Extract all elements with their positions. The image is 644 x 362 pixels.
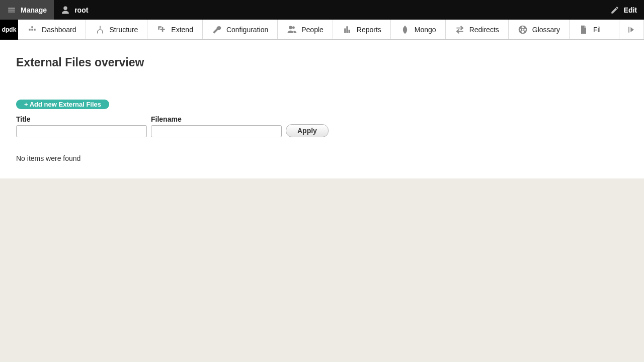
menu-label: Files [593, 26, 601, 34]
pencil-icon [610, 6, 619, 15]
menu-items: Dashboard Structure Extend Configuration… [18, 20, 601, 39]
reports-icon [342, 25, 352, 35]
main-menu: dpdk Dashboard Structure Extend Configur… [0, 20, 644, 40]
menu-label: Redirects [469, 26, 499, 34]
menu-item-configuration[interactable]: Configuration [203, 20, 278, 39]
globe-icon [518, 25, 528, 35]
edit-label: Edit [624, 6, 637, 14]
user-label: root [74, 6, 88, 14]
menu-icon [7, 6, 16, 15]
brand-logo[interactable]: dpdk [0, 20, 18, 40]
dashboard-icon [27, 25, 37, 35]
menu-label: Structure [110, 26, 138, 34]
menu-item-blank[interactable] [601, 20, 619, 39]
filename-input[interactable] [151, 125, 282, 137]
collapse-icon [626, 25, 636, 35]
title-field: Title [16, 115, 147, 137]
no-items-message: No items were found [16, 154, 628, 162]
page-title: External Files overview [16, 56, 628, 69]
menu-label: Extend [171, 26, 193, 34]
menu-item-structure[interactable]: Structure [86, 20, 148, 39]
structure-icon [95, 25, 105, 35]
menu-item-reports[interactable]: Reports [333, 20, 391, 39]
add-external-files-button[interactable]: + Add new External Files [16, 100, 109, 109]
title-input[interactable] [16, 125, 147, 137]
menu-item-collapse[interactable] [619, 20, 644, 39]
menu-label: Dashboard [42, 26, 76, 34]
user-icon [61, 6, 70, 15]
redirects-icon [455, 25, 465, 35]
mongo-icon [400, 25, 410, 35]
extend-icon [156, 25, 167, 35]
menu-item-glossary[interactable]: Glossary [509, 20, 570, 39]
admin-toolbar: Manage root Edit [0, 0, 644, 20]
wrench-icon [212, 25, 222, 35]
title-label: Title [16, 115, 147, 123]
manage-button[interactable]: Manage [0, 0, 54, 20]
menu-item-mongo[interactable]: Mongo [391, 20, 446, 39]
menu-item-dashboard[interactable]: Dashboard [18, 20, 86, 39]
menu-label: People [301, 26, 324, 34]
menu-item-redirects[interactable]: Redirects [446, 20, 509, 39]
edit-button[interactable]: Edit [603, 0, 644, 20]
filter-row: Title Filename Apply [16, 115, 628, 137]
page-body: External Files overview + Add new Extern… [0, 40, 644, 178]
people-icon [287, 25, 297, 35]
menu-item-people[interactable]: People [278, 20, 333, 39]
apply-button[interactable]: Apply [286, 124, 329, 137]
user-menu[interactable]: root [54, 0, 95, 20]
manage-label: Manage [21, 6, 47, 14]
filename-label: Filename [151, 115, 282, 123]
files-icon [579, 25, 589, 35]
menu-label: Mongo [415, 26, 436, 34]
brand-text: dpdk [2, 26, 17, 33]
menu-item-extend[interactable]: Extend [147, 20, 203, 39]
filename-field: Filename [151, 115, 282, 137]
menu-label: Configuration [226, 26, 268, 34]
menu-item-files[interactable]: Files [570, 20, 601, 39]
menu-label: Reports [357, 26, 381, 34]
menu-label: Glossary [532, 26, 560, 34]
